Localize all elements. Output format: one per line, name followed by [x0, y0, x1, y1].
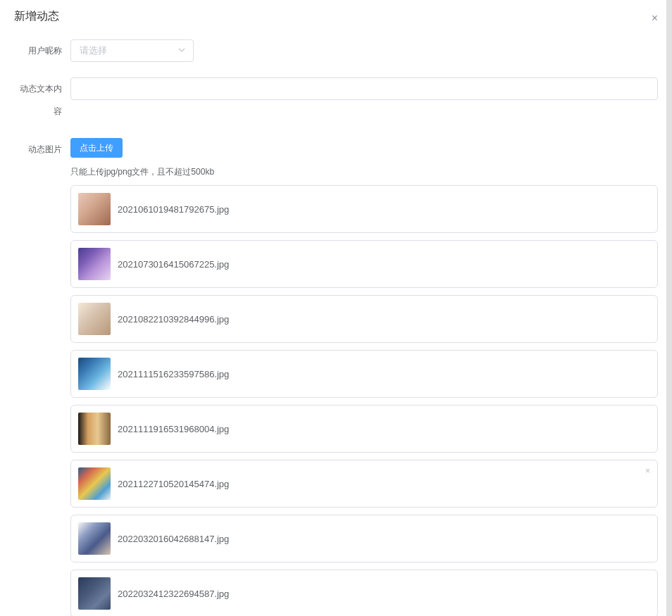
nickname-content: 请选择: [70, 39, 658, 62]
upload-thumbnail: [78, 358, 111, 390]
upload-thumbnail: [78, 467, 111, 500]
upload-item[interactable]: 2021073016415067225.jpg×: [70, 240, 658, 288]
nickname-label: 用户昵称: [14, 39, 70, 62]
close-button[interactable]: ×: [652, 13, 658, 24]
dialog-header: 新增动态 ×: [0, 0, 672, 32]
upload-item[interactable]: 2021111516233597586.jpg×: [70, 350, 658, 398]
upload-thumbnail: [78, 413, 111, 445]
upload-item[interactable]: 2021111916531968004.jpg×: [70, 405, 658, 453]
upload-item[interactable]: 2022032412322694587.jpg×: [70, 570, 658, 616]
upload-filename: 2021073016415067225.jpg: [118, 259, 229, 270]
nickname-placeholder: 请选择: [80, 44, 107, 57]
upload-item[interactable]: 2021122710520145474.jpg×: [70, 460, 658, 508]
content-input[interactable]: [70, 77, 658, 100]
form-item-images: 动态图片 点击上传 只能上传jpg/png文件，且不超过500kb 202106…: [14, 138, 658, 616]
upload-button[interactable]: 点击上传: [70, 138, 123, 158]
upload-thumbnail: [78, 248, 111, 280]
upload-item[interactable]: 2021061019481792675.jpg×: [70, 185, 658, 233]
upload-filename: 2021061019481792675.jpg: [118, 204, 229, 215]
upload-filename: 2022032016042688147.jpg: [118, 534, 229, 544]
upload-filename: 2021082210392844996.jpg: [118, 314, 229, 325]
upload-item[interactable]: 2022032016042688147.jpg×: [70, 515, 658, 562]
upload-filename: 2021122710520145474.jpg: [118, 479, 229, 489]
upload-item[interactable]: 2021082210392844996.jpg×: [70, 295, 658, 343]
upload-thumbnail: [78, 577, 111, 610]
dialog-body: 用户昵称 请选择 动态文本内容 动态图片 点击上传 只能上传jpg/png文件，…: [0, 32, 672, 616]
form-item-nickname: 用户昵称 请选择: [14, 39, 658, 62]
upload-thumbnail: [78, 193, 111, 225]
nickname-select[interactable]: 请选择: [70, 39, 194, 62]
images-content: 点击上传 只能上传jpg/png文件，且不超过500kb 20210610194…: [70, 138, 658, 616]
dialog-title: 新增动态: [14, 10, 59, 22]
upload-list: 2021061019481792675.jpg×2021073016415067…: [70, 185, 658, 616]
upload-tip: 只能上传jpg/png文件，且不超过500kb: [70, 166, 658, 178]
dialog: 新增动态 × 用户昵称 请选择 动态文本内容 动态图片: [0, 0, 672, 616]
upload-thumbnail: [78, 522, 111, 555]
content-content: [70, 77, 658, 100]
close-icon: ×: [652, 12, 658, 24]
images-label: 动态图片: [14, 138, 70, 161]
form-item-content: 动态文本内容: [14, 77, 658, 122]
upload-filename: 2021111516233597586.jpg: [118, 369, 229, 379]
content-label: 动态文本内容: [14, 77, 70, 122]
remove-file-icon[interactable]: ×: [645, 466, 650, 476]
upload-thumbnail: [78, 303, 111, 335]
upload-filename: 2021111916531968004.jpg: [118, 424, 229, 434]
upload-filename: 2022032412322694587.jpg: [118, 589, 229, 599]
scrollbar-track[interactable]: [666, 0, 672, 616]
chevron-down-icon: [178, 45, 186, 56]
